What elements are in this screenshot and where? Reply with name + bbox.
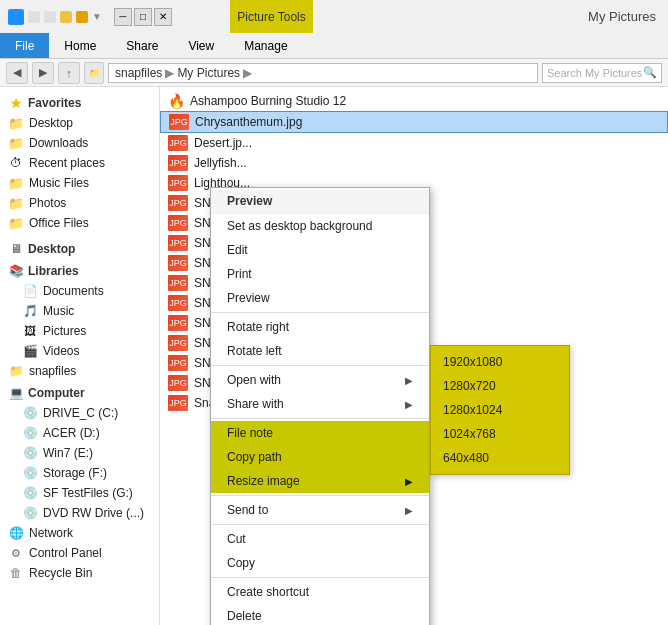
close-button[interactable]: ✕	[154, 8, 172, 26]
ctx-item-preview[interactable]: Preview	[211, 286, 429, 310]
music-icon: 🎵	[22, 303, 38, 319]
ctx-item-resizeimage[interactable]: Resize image ▶	[211, 469, 429, 493]
ctx-item-copy[interactable]: Copy	[211, 551, 429, 575]
sidebar-item-storagef[interactable]: 💿 Storage (F:)	[0, 463, 159, 483]
file-item-jellyfish[interactable]: JPG Jellyfish...	[160, 153, 668, 173]
sidebar-item-snapfiles[interactable]: 📁 snapfiles	[0, 361, 159, 381]
ctx-item-createshortcut[interactable]: Create shortcut	[211, 580, 429, 604]
ctx-sharewith-arrow: ▶	[405, 399, 413, 410]
ctx-item-rotateleft[interactable]: Rotate left	[211, 339, 429, 363]
sidebar-item-photos[interactable]: 📁 Photos	[0, 193, 159, 213]
sidebar-item-videos[interactable]: 🎬 Videos	[0, 341, 159, 361]
ctx-resizeimage-label: Resize image	[227, 474, 300, 488]
computer-icon: 💻	[8, 385, 24, 401]
resize-item-1280-720[interactable]: 1280x720	[431, 374, 569, 398]
sidebar-item-acerd[interactable]: 💿 ACER (D:)	[0, 423, 159, 443]
sidebar-item-musicfiles[interactable]: 📁 Music Files	[0, 173, 159, 193]
tab-view[interactable]: View	[173, 33, 229, 58]
title-bar: ▼ ─ □ ✕ Picture Tools My Pictures	[0, 0, 668, 33]
tab-home[interactable]: Home	[49, 33, 111, 58]
desktop-folder-icon: 📁	[8, 115, 24, 131]
recyclebin-icon: 🗑	[8, 565, 24, 581]
file-item-desert[interactable]: JPG Desert.jp...	[160, 133, 668, 153]
ctx-item-sharewith[interactable]: Share with ▶	[211, 392, 429, 416]
computer-label: Computer	[28, 386, 85, 400]
sidebar-music-label: Music	[43, 304, 74, 318]
sidebar-recyclebin-label: Recycle Bin	[29, 566, 92, 580]
file-name-jellyfish: Jellyfish...	[194, 156, 247, 170]
ctx-item-cut[interactable]: Cut	[211, 527, 429, 551]
documents-icon: 📄	[22, 283, 38, 299]
sidebar-item-sftestfilesg[interactable]: 💿 SF TestFiles (G:)	[0, 483, 159, 503]
ctx-openwith-arrow: ▶	[405, 375, 413, 386]
quick-access-arrow[interactable]: ▼	[92, 11, 102, 22]
minimize-button[interactable]: ─	[114, 8, 132, 26]
sidebar-item-drivec[interactable]: 💿 DRIVE_C (C:)	[0, 403, 159, 423]
sidebar-item-controlpanel[interactable]: ⚙ Control Panel	[0, 543, 159, 563]
ctx-item-copypath[interactable]: Copy path	[211, 445, 429, 469]
sidebar-item-recyclebin[interactable]: 🗑 Recycle Bin	[0, 563, 159, 583]
back-button[interactable]: ◀	[6, 62, 28, 84]
breadcrumb[interactable]: snapfiles ▶ My Pictures ▶	[108, 63, 538, 83]
ribbon: File Home Share View Manage	[0, 33, 668, 59]
resize-item-1280-1024[interactable]: 1280x1024	[431, 398, 569, 422]
search-placeholder: Search My Pictures	[547, 67, 642, 79]
sidebar-item-documents[interactable]: 📄 Documents	[0, 281, 159, 301]
tab-share-label: Share	[126, 39, 158, 53]
dvdrw-icon: 💿	[22, 505, 38, 521]
search-box[interactable]: Search My Pictures 🔍	[542, 63, 662, 83]
tab-home-label: Home	[64, 39, 96, 53]
downloads-folder-icon: 📁	[8, 135, 24, 151]
win7e-icon: 💿	[22, 445, 38, 461]
ctx-item-sendto[interactable]: Send to ▶	[211, 498, 429, 522]
snag10-icon: JPG	[168, 375, 188, 391]
ctx-item-filenote[interactable]: File note	[211, 421, 429, 445]
sidebar-item-desktop[interactable]: 📁 Desktop	[0, 113, 159, 133]
open-icon[interactable]	[44, 11, 56, 23]
computer-header: 💻 Computer	[0, 381, 159, 403]
resize-item-1024[interactable]: 1024x768	[431, 422, 569, 446]
snapfiles-icon: 📁	[8, 363, 24, 379]
ctx-item-openwith[interactable]: Open with ▶	[211, 368, 429, 392]
forward-button[interactable]: ▶	[32, 62, 54, 84]
chrysanthemum-icon: JPG	[169, 114, 189, 130]
file-name-chrysanthemum: Chrysanthemum.jpg	[195, 115, 302, 129]
sidebar-acerd-label: ACER (D:)	[43, 426, 100, 440]
sidebar-item-pictures[interactable]: 🖼 Pictures	[0, 321, 159, 341]
ctx-item-edit[interactable]: Edit	[211, 238, 429, 262]
sidebar-item-win7e[interactable]: 💿 Win7 (E:)	[0, 443, 159, 463]
sidebar-item-officefiles[interactable]: 📁 Office Files	[0, 213, 159, 233]
tab-file[interactable]: File	[0, 33, 49, 58]
sidebar-item-music[interactable]: 🎵 Music	[0, 301, 159, 321]
new-icon[interactable]	[28, 11, 40, 23]
libraries-label: Libraries	[28, 264, 79, 278]
ctx-item-rotateright[interactable]: Rotate right	[211, 315, 429, 339]
tab-share[interactable]: Share	[111, 33, 173, 58]
window-title-text: My Pictures	[588, 9, 656, 24]
tab-manage[interactable]: Manage	[229, 33, 302, 58]
ctx-item-setdesktop[interactable]: Set as desktop background	[211, 214, 429, 238]
maximize-button[interactable]: □	[134, 8, 152, 26]
snag5-icon: JPG	[168, 275, 188, 291]
file-item-ashampoo[interactable]: 🔥 Ashampoo Burning Studio 12	[160, 91, 668, 111]
file-item-chrysanthemum[interactable]: JPG Chrysanthemum.jpg	[160, 111, 668, 133]
ctx-item-delete[interactable]: Delete	[211, 604, 429, 625]
ctx-sep4	[211, 495, 429, 496]
controlpanel-icon: ⚙	[8, 545, 24, 561]
drivec-icon: 💿	[22, 405, 38, 421]
sidebar-pictures-label: Pictures	[43, 324, 86, 338]
save-icon[interactable]	[60, 11, 72, 23]
sidebar-item-network[interactable]: 🌐 Network	[0, 523, 159, 543]
sidebar-item-downloads[interactable]: 📁 Downloads	[0, 133, 159, 153]
main-area: ★ Favorites 📁 Desktop 📁 Downloads ⏱ Rece…	[0, 87, 668, 625]
up-button[interactable]: ↑	[58, 62, 80, 84]
resize-item-1920[interactable]: 1920x1080	[431, 350, 569, 374]
ashampoo-icon: 🔥	[168, 93, 184, 109]
resize-item-640[interactable]: 640x480	[431, 446, 569, 470]
ctx-createshortcut-label: Create shortcut	[227, 585, 309, 599]
sidebar-item-recent[interactable]: ⏱ Recent places	[0, 153, 159, 173]
ctx-edit-label: Edit	[227, 243, 248, 257]
sidebar-item-dvdrw[interactable]: 💿 DVD RW Drive (...)	[0, 503, 159, 523]
ctx-item-print[interactable]: Print	[211, 262, 429, 286]
undo-icon[interactable]	[76, 11, 88, 23]
